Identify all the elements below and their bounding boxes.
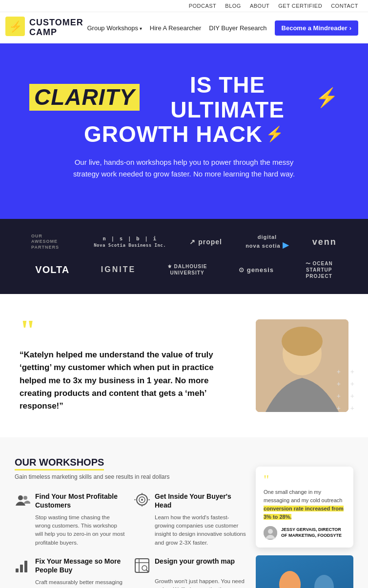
card-text: One small change in my messaging and my … xyxy=(264,488,346,521)
workshop-4-header: Design your growth map xyxy=(134,557,246,573)
nav-hire-researcher[interactable]: Hire A Researcher xyxy=(150,24,202,32)
partner-genesis: ⊙ genesis xyxy=(239,266,274,274)
workshop-3-desc: Craft measurably better messaging and wa… xyxy=(15,578,126,588)
hero-section: CLARITY IS THE ULTIMATE ⚡ GROWTH HACK ⚡ … xyxy=(0,43,368,219)
svg-point-4 xyxy=(282,327,323,356)
nav-group-workshops[interactable]: Group Workshops xyxy=(87,24,142,32)
logo-text: CUSTOMER CAMP xyxy=(29,18,83,38)
testimonial-card: " One small change in my messaging and m… xyxy=(256,467,353,548)
partner-ocean: 〜 OCEANSTARTUPPROJECT xyxy=(306,260,333,279)
partners-row-2: VOLTA IGNITE ⚜ DALHOUSIEUNIVERSITY ⊙ gen… xyxy=(20,260,348,279)
workshop-3-icon xyxy=(15,558,30,573)
nav-about[interactable]: ABOUT xyxy=(250,3,269,9)
workshop-2-icon xyxy=(134,493,150,509)
nav-blog[interactable]: BLOG xyxy=(225,3,241,9)
svg-rect-12 xyxy=(24,561,27,572)
workshops-right: " One small change in my messaging and m… xyxy=(256,457,353,588)
nav-links: Group Workshops Hire A Researcher DIY Bu… xyxy=(87,20,358,36)
svg-point-20 xyxy=(279,571,301,588)
svg-rect-10 xyxy=(16,568,19,572)
workshops-left: OUR WORKSHOPS Gain timeless marketing sk… xyxy=(15,457,246,588)
partner-nsbi: n | s | b | iNova Scotia Business Inc. xyxy=(94,235,166,248)
main-navigation: ⚡ CUSTOMER CAMP Group Workshops Hire A R… xyxy=(0,12,368,43)
workshops-title: OUR WORKSHOPS xyxy=(15,457,104,470)
card-author-name: JESSY GERVAIS, DIRECTOR OF MARKETING, FO… xyxy=(281,527,346,538)
become-mindreader-button[interactable]: Become a Mindreader xyxy=(275,20,358,36)
workshop-item-3: Fix Your Message so More People Buy Craf… xyxy=(15,557,126,588)
testimonial-section: " “Katelyn helped me understand the valu… xyxy=(0,294,368,437)
workshops-subtitle: Gain timeless marketing skills and see r… xyxy=(15,473,246,480)
nav-get-certified[interactable]: GET CERTIFIED xyxy=(278,3,322,9)
svg-point-16 xyxy=(142,566,147,570)
svg-point-9 xyxy=(141,499,143,501)
logo[interactable]: ⚡ CUSTOMER CAMP xyxy=(5,16,83,39)
workshop-3-header: Fix Your Message so More People Buy xyxy=(15,557,126,574)
svg-point-19 xyxy=(268,529,273,534)
workshop-2-title: Get Inside Your Buyer's Head xyxy=(155,492,246,510)
partner-propel: propel xyxy=(189,238,222,246)
workshop-4-icon xyxy=(134,558,150,573)
svg-point-6 xyxy=(23,496,27,500)
workshop-bg-image xyxy=(256,555,353,588)
nav-diy-buyer[interactable]: DIY Buyer Research xyxy=(209,24,266,32)
workshops-section: OUR WORKSHOPS Gain timeless marketing sk… xyxy=(0,437,368,588)
workshop-2-header: Get Inside Your Buyer's Head xyxy=(134,492,246,510)
card-highlight: conversion rate increased from 3% to 28%… xyxy=(264,506,344,520)
workshop-item-2: Get Inside Your Buyer's Head Learn how t… xyxy=(134,492,246,547)
card-author: JESSY GERVAIS, DIRECTOR OF MARKETING, FO… xyxy=(264,526,346,540)
quote-mark: " xyxy=(20,318,236,342)
hero-title: CLARITY IS THE ULTIMATE ⚡ GROWTH HACK ⚡ xyxy=(29,73,339,147)
bolt-icon-1: ⚡ xyxy=(315,88,339,107)
top-navigation: PODCAST BLOG ABOUT GET CERTIFIED CONTACT xyxy=(0,0,368,12)
partners-section: OUR AWESOME PARTNERS n | s | b | iNova S… xyxy=(0,219,368,294)
partner-digital: digitalnova scotia ▶ xyxy=(245,234,289,250)
hero-clarity-highlight: CLARITY xyxy=(29,84,140,111)
svg-text:⚡: ⚡ xyxy=(9,20,22,33)
workshop-3-title: Fix Your Message so More People Buy xyxy=(35,557,126,574)
svg-point-21 xyxy=(314,575,334,588)
testimonial-text: “Katelyn helped me understand the value … xyxy=(20,349,236,413)
bolt-icon-2: ⚡ xyxy=(266,127,284,141)
workshop-4-title: Design your growth map xyxy=(155,557,235,566)
partners-row-1: OUR AWESOME PARTNERS n | s | b | iNova S… xyxy=(20,234,348,251)
svg-line-17 xyxy=(146,570,148,572)
workshop-item-4: Design your growth map Growth won't just… xyxy=(134,557,246,588)
partner-venn: venn xyxy=(312,237,337,247)
testimonial-image xyxy=(256,319,348,412)
partner-ignite: IGNITE xyxy=(101,265,136,274)
workshops-grid: Find Your Most Profitable Customers Stop… xyxy=(15,492,246,588)
card-quote-mark: " xyxy=(264,474,346,485)
plus-decorations: + ++ ++ ++ + xyxy=(337,366,358,415)
partners-label: OUR AWESOME PARTNERS xyxy=(31,234,70,251)
nav-podcast[interactable]: PODCAST xyxy=(189,3,217,9)
workshop-item-1: Find Your Most Profitable Customers Stop… xyxy=(15,492,126,547)
svg-rect-11 xyxy=(20,565,23,572)
nav-contact[interactable]: CONTACT xyxy=(331,3,358,9)
workshop-1-header: Find Your Most Profitable Customers xyxy=(15,492,126,510)
workshop-4-desc: Growth won't just happen. You need a pla… xyxy=(134,577,246,588)
hero-subtitle: Our live, hands-on workshops help you to… xyxy=(67,157,301,180)
hero-title-line2-text: GROWTH HACK xyxy=(84,122,263,147)
card-avatar xyxy=(264,526,277,540)
person-photo xyxy=(256,319,348,412)
workshop-1-desc: Stop wasting time chasing the wrong cust… xyxy=(15,513,126,547)
svg-point-5 xyxy=(18,495,23,500)
partner-volta: VOLTA xyxy=(35,264,69,275)
workshop-2-desc: Learn how the world's fastest-growing co… xyxy=(134,513,246,547)
partner-dalhousie: ⚜ DALHOUSIEUNIVERSITY xyxy=(167,263,207,276)
testimonial-content: " “Katelyn helped me understand the valu… xyxy=(20,318,236,413)
logo-icon: ⚡ xyxy=(5,16,25,39)
workshop-1-icon xyxy=(15,493,30,509)
hero-title-rest: IS THE ULTIMATE xyxy=(145,73,309,122)
workshop-1-title: Find Your Most Profitable Customers xyxy=(35,492,126,510)
